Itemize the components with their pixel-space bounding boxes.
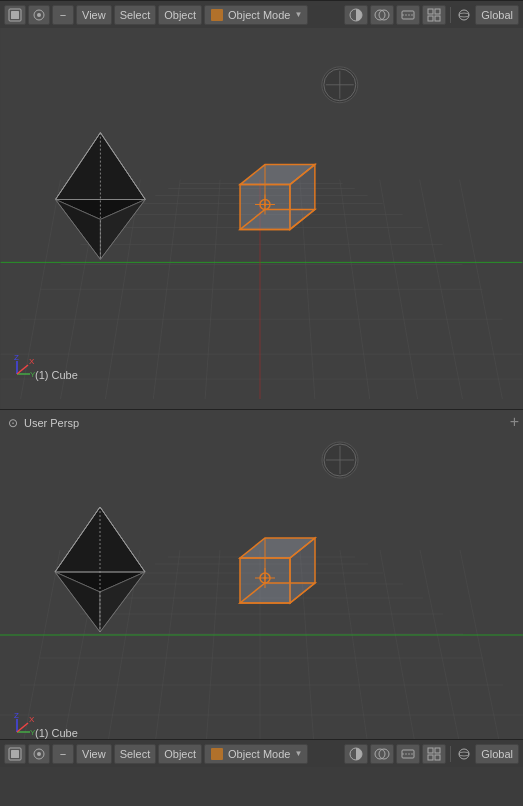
svg-rect-127 <box>11 750 19 758</box>
svg-rect-138 <box>428 755 433 760</box>
overlay-btn-top[interactable] <box>370 5 394 25</box>
svg-rect-68 <box>428 16 433 21</box>
svg-rect-137 <box>435 748 440 753</box>
status-top: (1) Cube <box>35 369 78 381</box>
svg-line-122 <box>17 723 28 732</box>
svg-rect-66 <box>428 9 433 14</box>
viewport-shading-solid-top[interactable] <box>344 5 368 25</box>
viewport-type-icon-bottom: ⊙ <box>8 416 18 430</box>
svg-rect-67 <box>435 9 440 14</box>
toolbar-bottom: − View Select Object Object Mode ▼ <box>0 739 523 767</box>
scene-bottom <box>0 410 523 767</box>
mode-dropdown-top[interactable]: Object Mode ▼ <box>204 5 308 25</box>
svg-point-70 <box>459 10 469 20</box>
svg-line-52 <box>17 365 28 374</box>
svg-text:X: X <box>29 715 35 724</box>
svg-point-141 <box>459 752 469 756</box>
svg-point-140 <box>459 749 469 759</box>
gizmo-sphere-bottom <box>457 747 471 761</box>
toolbar-top-toggle[interactable] <box>4 5 26 25</box>
svg-rect-130 <box>211 748 223 760</box>
gizmo-sphere-top <box>457 8 471 22</box>
toolbar-top-dot[interactable] <box>28 5 50 25</box>
svg-rect-57 <box>11 11 19 19</box>
svg-rect-60 <box>211 9 223 21</box>
viewport-shading-solid-bottom[interactable] <box>344 744 368 764</box>
view-btn-bottom[interactable]: View <box>76 744 112 764</box>
viewport-title-bottom: User Persp <box>24 417 79 429</box>
viewport-header-bottom: ⊙ User Persp <box>8 416 79 430</box>
mode-dropdown-bottom[interactable]: Object Mode ▼ <box>204 744 308 764</box>
xray-btn-top[interactable] <box>396 5 420 25</box>
svg-rect-136 <box>428 748 433 753</box>
gizmo-btn-top[interactable] <box>422 5 446 25</box>
toolbar-bottom-toggle[interactable] <box>4 744 26 764</box>
object-btn-top[interactable]: Object <box>158 5 202 25</box>
toolbar-top-minus[interactable]: − <box>52 5 74 25</box>
status-bottom: (1) Cube <box>35 727 78 739</box>
toolbar-top: − View Select Object Object Mode ▼ <box>0 0 523 28</box>
svg-text:Z: Z <box>14 711 19 720</box>
select-btn-top[interactable]: Select <box>114 5 157 25</box>
viewport-top[interactable]: ⊙ User Persp + Y Z X (1) Cube − View Sel… <box>0 0 523 410</box>
viewport-bottom[interactable]: ⊙ User Persp + Y Z X (1) Cube − View Sel… <box>0 410 523 767</box>
toolbar-sep-top <box>450 7 451 23</box>
viewport-add-bottom[interactable]: + <box>510 414 519 430</box>
svg-point-59 <box>37 13 41 17</box>
xray-btn-bottom[interactable] <box>396 744 420 764</box>
gizmo-btn-bottom[interactable] <box>422 744 446 764</box>
svg-point-71 <box>459 13 469 17</box>
object-btn-bottom[interactable]: Object <box>158 744 202 764</box>
view-btn-top[interactable]: View <box>76 5 112 25</box>
overlay-btn-bottom[interactable] <box>370 744 394 764</box>
svg-rect-139 <box>435 755 440 760</box>
global-btn-bottom[interactable]: Global <box>475 744 519 764</box>
toolbar-sep-bottom <box>450 746 451 762</box>
scene-top <box>0 0 523 409</box>
toolbar-bottom-dot[interactable] <box>28 744 50 764</box>
toolbar-bottom-minus[interactable]: − <box>52 744 74 764</box>
select-btn-bottom[interactable]: Select <box>114 744 157 764</box>
svg-rect-69 <box>435 16 440 21</box>
svg-point-129 <box>37 752 41 756</box>
svg-text:X: X <box>29 357 35 366</box>
global-btn-top[interactable]: Global <box>475 5 519 25</box>
svg-text:Z: Z <box>14 353 19 362</box>
